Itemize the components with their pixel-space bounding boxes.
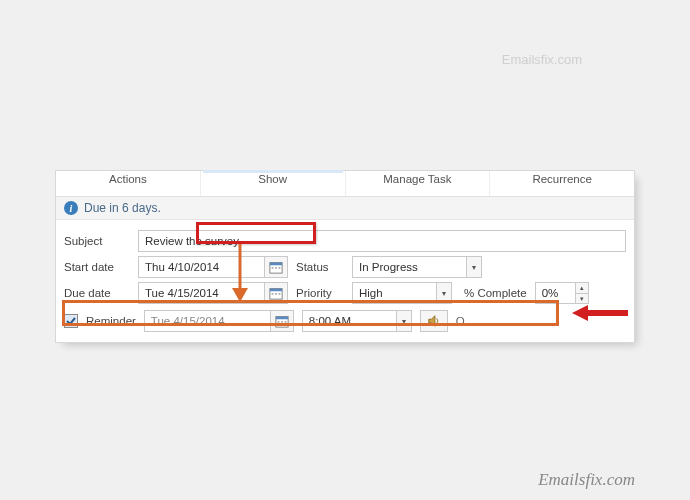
calendar-icon [269, 260, 283, 274]
subject-input[interactable]: Review the survey [138, 230, 626, 252]
label-status: Status [296, 261, 344, 273]
subject-value: Review the survey [145, 235, 239, 247]
label-reminder: Reminder [86, 315, 136, 327]
row-subject: Subject Review the survey [64, 230, 626, 252]
ribbon-group-manage-task[interactable]: Manage Task [346, 171, 491, 196]
chevron-down-icon[interactable]: ▾ [466, 256, 482, 278]
chevron-down-icon[interactable]: ▾ [436, 282, 452, 304]
reminder-date-picker-button[interactable] [270, 310, 294, 332]
calendar-icon [269, 286, 283, 300]
pct-value: 0% [535, 282, 575, 304]
ribbon-label: Actions [109, 173, 147, 185]
info-bar: i Due in 6 days. [56, 197, 634, 220]
svg-rect-13 [281, 321, 283, 323]
label-start-date: Start date [64, 261, 130, 273]
spin-up-icon[interactable]: ▴ [575, 282, 589, 293]
reminder-checkbox[interactable] [64, 314, 78, 328]
reminder-sound-button[interactable] [420, 310, 448, 332]
reminder-time-dropdown[interactable]: 8:00 AM ▾ [302, 310, 412, 332]
status-value: In Progress [352, 256, 466, 278]
calendar-icon [275, 314, 289, 328]
ribbon-label: Show [258, 173, 287, 185]
status-dropdown[interactable]: In Progress ▾ [352, 256, 482, 278]
svg-rect-7 [272, 293, 274, 295]
reminder-date-value: Tue 4/15/2014 [144, 310, 270, 332]
task-form-panel: Actions Show Manage Task Recurrence i Du… [55, 170, 635, 343]
ribbon-group-actions[interactable]: Actions [56, 171, 201, 196]
svg-rect-9 [279, 293, 281, 295]
start-date-field[interactable]: Thu 4/10/2014 [138, 256, 288, 278]
svg-rect-12 [277, 321, 279, 323]
checkmark-icon [66, 316, 76, 326]
pct-spinner-buttons[interactable]: ▴ ▾ [575, 282, 589, 304]
svg-rect-1 [270, 263, 282, 266]
reminder-date-field[interactable]: Tue 4/15/2014 [144, 310, 294, 332]
ribbon-label: Manage Task [383, 173, 451, 185]
svg-marker-15 [429, 316, 435, 327]
label-pct-complete: % Complete [464, 287, 527, 299]
reminder-time-value: 8:00 AM [302, 310, 396, 332]
row-due-priority: Due date Tue 4/15/2014 Priority High ▾ %… [64, 282, 626, 304]
svg-rect-2 [272, 267, 274, 269]
form-area: Subject Review the survey Start date Thu… [56, 220, 634, 342]
priority-value: High [352, 282, 436, 304]
info-text: Due in 6 days. [84, 201, 161, 215]
pct-complete-spinner[interactable]: 0% ▴ ▾ [535, 282, 589, 304]
ribbon-group-recurrence[interactable]: Recurrence [490, 171, 634, 196]
svg-rect-11 [276, 317, 288, 320]
row-reminder: Reminder Tue 4/15/2014 8:00 AM ▾ O [64, 310, 626, 332]
ribbon-groups: Actions Show Manage Task Recurrence [56, 171, 634, 197]
row-start-status: Start date Thu 4/10/2014 Status In Progr… [64, 256, 626, 278]
due-date-field[interactable]: Tue 4/15/2014 [138, 282, 288, 304]
speaker-icon [427, 314, 441, 328]
priority-dropdown[interactable]: High ▾ [352, 282, 452, 304]
label-subject: Subject [64, 235, 130, 247]
svg-rect-3 [275, 267, 277, 269]
label-due-date: Due date [64, 287, 130, 299]
label-priority: Priority [296, 287, 344, 299]
svg-rect-4 [279, 267, 281, 269]
watermark-top: Emailsfix.com [502, 52, 582, 67]
due-date-picker-button[interactable] [264, 282, 288, 304]
ribbon-group-show[interactable]: Show [201, 171, 346, 196]
chevron-down-icon[interactable]: ▾ [396, 310, 412, 332]
svg-rect-14 [284, 321, 286, 323]
due-date-value: Tue 4/15/2014 [138, 282, 264, 304]
info-icon: i [64, 201, 78, 215]
watermark-bottom: Emailsfix.com [538, 470, 635, 490]
svg-rect-8 [275, 293, 277, 295]
ribbon-label: Recurrence [532, 173, 591, 185]
spin-down-icon[interactable]: ▾ [575, 293, 589, 304]
start-date-picker-button[interactable] [264, 256, 288, 278]
svg-rect-6 [270, 289, 282, 292]
owner-label-truncated: O [456, 315, 465, 327]
start-date-value: Thu 4/10/2014 [138, 256, 264, 278]
